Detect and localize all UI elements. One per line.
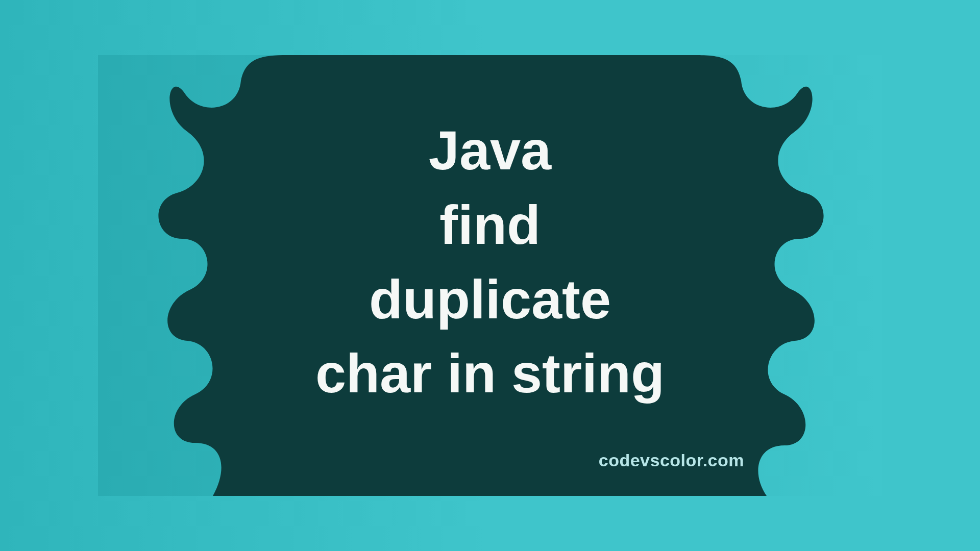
banner-container: Java find duplicate char in string codev… — [98, 55, 882, 496]
title-line-1: Java — [315, 113, 665, 188]
title-line-3: duplicate — [315, 262, 665, 337]
title-line-4: char in string — [315, 337, 665, 411]
title-text: Java find duplicate char in string — [315, 113, 665, 411]
title-line-2: find — [315, 188, 665, 262]
attribution-text: codevscolor.com — [599, 450, 744, 470]
